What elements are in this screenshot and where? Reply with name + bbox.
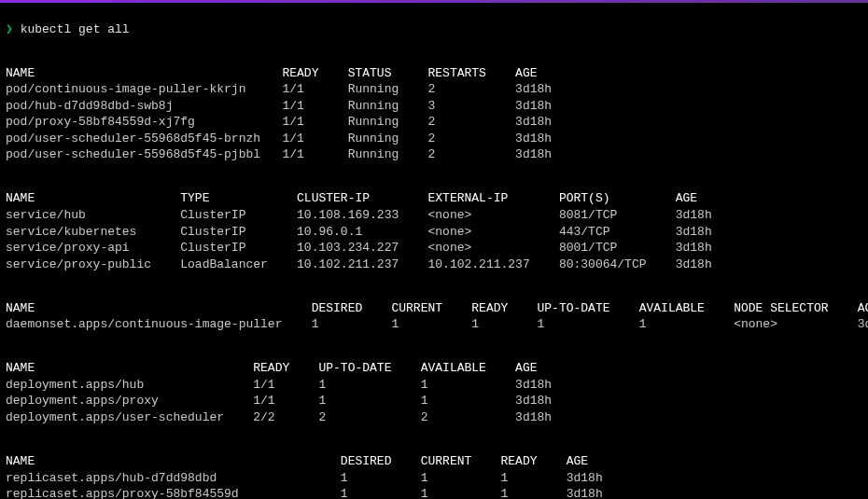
deployments-row: deployment.apps/user-scheduler 2/2 2 2 3…: [6, 409, 862, 426]
replicasets-section: NAME DESIRED CURRENT READY AGEreplicaset…: [6, 453, 862, 499]
prompt-caret: ❯: [6, 22, 13, 36]
pods-row: pod/hub-d7dd98dbd-swb8j 1/1 Running 3 3d…: [6, 98, 862, 115]
replicasets-row: replicaset.apps/hub-d7dd98dbd 1 1 1 3d18…: [6, 470, 862, 487]
pods-section: NAME READY STATUS RESTARTS AGEpod/contin…: [6, 65, 862, 163]
replicasets-header: NAME DESIRED CURRENT READY AGE: [6, 453, 862, 470]
pods-row: pod/proxy-58bf84559d-xj7fg 1/1 Running 2…: [6, 114, 862, 131]
deployments-row: deployment.apps/proxy 1/1 1 1 3d18h: [6, 393, 862, 409]
pods-row: pod/user-scheduler-55968d5f45-brnzh 1/1 …: [6, 131, 862, 147]
terminal-output[interactable]: ❯ kubectl get all NAME READY STATUS REST…: [0, 3, 868, 499]
prompt-line: ❯ kubectl get all: [6, 21, 862, 38]
services-section: NAME TYPE CLUSTER-IP EXTERNAL-IP PORT(S)…: [6, 190, 862, 272]
deployments-row: deployment.apps/hub 1/1 1 1 3d18h: [6, 377, 862, 394]
daemonsets-row: daemonset.apps/continuous-image-puller 1…: [6, 316, 862, 333]
pods-row: pod/user-scheduler-55968d5f45-pjbbl 1/1 …: [6, 146, 862, 163]
replicasets-row: replicaset.apps/proxy-58bf84559d 1 1 1 3…: [6, 486, 862, 499]
services-row: service/hub ClusterIP 10.108.169.233 <no…: [6, 207, 862, 224]
command-text: kubectl get all: [21, 22, 130, 36]
deployments-header: NAME READY UP-TO-DATE AVAILABLE AGE: [6, 360, 862, 377]
pods-header: NAME READY STATUS RESTARTS AGE: [6, 65, 862, 82]
services-row: service/proxy-api ClusterIP 10.103.234.2…: [6, 240, 862, 256]
pods-row: pod/continuous-image-puller-kkrjn 1/1 Ru…: [6, 81, 862, 98]
daemonsets-header: NAME DESIRED CURRENT READY UP-TO-DATE AV…: [6, 300, 862, 317]
deployments-section: NAME READY UP-TO-DATE AVAILABLE AGEdeplo…: [6, 360, 862, 425]
services-row: service/kubernetes ClusterIP 10.96.0.1 <…: [6, 224, 862, 241]
services-row: service/proxy-public LoadBalancer 10.102…: [6, 256, 862, 273]
services-header: NAME TYPE CLUSTER-IP EXTERNAL-IP PORT(S)…: [6, 190, 862, 207]
daemonsets-section: NAME DESIRED CURRENT READY UP-TO-DATE AV…: [6, 300, 862, 333]
